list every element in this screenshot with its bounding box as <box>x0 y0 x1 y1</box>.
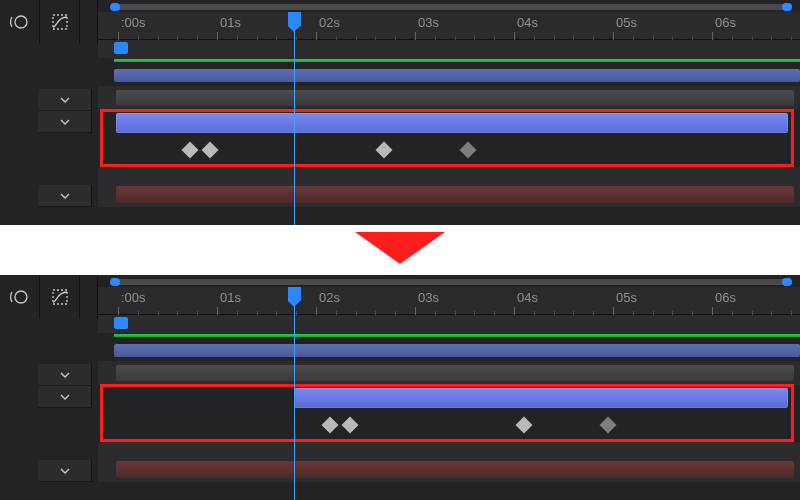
track-header-gutter <box>0 275 98 500</box>
layer-bar-2[interactable] <box>116 365 794 381</box>
ruler-label: :00s <box>121 15 146 30</box>
keyframe-marker[interactable] <box>202 142 219 159</box>
layer-row-6[interactable] <box>98 482 800 500</box>
work-area-bar[interactable] <box>114 4 788 10</box>
ruler-label: 04s <box>517 15 538 30</box>
layer-expand-1[interactable] <box>38 89 92 111</box>
cache-bar <box>114 334 800 337</box>
chevron-down-icon <box>59 465 71 477</box>
layer-expand-1[interactable] <box>38 364 92 386</box>
chevron-down-icon <box>59 190 71 202</box>
navigator-track <box>98 40 800 58</box>
keyframe-marker[interactable] <box>600 417 617 434</box>
svg-point-2 <box>15 291 27 303</box>
work-area-end-handle[interactable] <box>782 278 792 286</box>
in-point-marker[interactable] <box>114 42 128 54</box>
svg-point-0 <box>15 16 27 28</box>
layer-row-5[interactable] <box>98 458 800 482</box>
layer-bar-red[interactable] <box>116 186 794 203</box>
layer-expand-3[interactable] <box>38 185 92 207</box>
cache-bar-row <box>98 333 800 339</box>
ruler-label: 06s <box>715 15 736 30</box>
layer-row-5[interactable] <box>98 183 800 207</box>
graph-editor-icon[interactable] <box>40 0 80 44</box>
keyframe-marker[interactable] <box>376 142 393 159</box>
ruler-label: :00s <box>121 290 146 305</box>
motion-blur-icon[interactable] <box>0 275 40 319</box>
playhead-handle[interactable] <box>288 12 301 26</box>
chevron-down-icon <box>59 94 71 106</box>
timeline-area[interactable]: :00s01s02s03s04s05s06s <box>98 275 800 500</box>
layer-bar-red[interactable] <box>116 461 794 478</box>
work-area-start-handle[interactable] <box>110 278 120 286</box>
transition-arrow-icon <box>355 232 445 264</box>
keyframe-marker[interactable] <box>322 417 339 434</box>
ruler-label: 06s <box>715 290 736 305</box>
layer-row-2[interactable] <box>98 361 800 385</box>
keyframe-marker[interactable] <box>182 142 199 159</box>
layer-expand-2[interactable] <box>38 111 92 133</box>
chevron-down-icon <box>59 369 71 381</box>
keyframe-row[interactable] <box>98 136 800 164</box>
navigator-track <box>98 315 800 333</box>
layer-bar-1[interactable] <box>114 344 800 357</box>
keyframe-row[interactable] <box>98 411 800 439</box>
layer-row-4[interactable] <box>98 442 800 458</box>
cache-bar-row <box>98 58 800 64</box>
ruler-label: 02s <box>319 15 340 30</box>
chevron-down-icon <box>59 391 71 403</box>
timeline-panel-before: :00s01s02s03s04s05s06s <box>0 0 800 225</box>
selected-clip[interactable] <box>294 388 788 408</box>
layer-row-3[interactable] <box>98 385 800 411</box>
in-point-marker[interactable] <box>114 317 128 329</box>
ruler-label: 05s <box>616 290 637 305</box>
ruler-label: 05s <box>616 15 637 30</box>
layer-row-1[interactable] <box>98 66 800 86</box>
ruler-label: 04s <box>517 290 538 305</box>
work-area-start-handle[interactable] <box>110 3 120 11</box>
keyframe-marker[interactable] <box>516 417 533 434</box>
ruler-label: 01s <box>220 15 241 30</box>
playhead[interactable] <box>294 12 295 225</box>
layer-bar-2[interactable] <box>116 90 794 106</box>
ruler-label: 01s <box>220 290 241 305</box>
time-ruler[interactable]: :00s01s02s03s04s05s06s <box>98 12 800 40</box>
motion-blur-icon[interactable] <box>0 0 40 44</box>
ruler-label: 03s <box>418 15 439 30</box>
layer-bar-1[interactable] <box>114 69 800 82</box>
timeline-panel-after: :00s01s02s03s04s05s06s <box>0 275 800 500</box>
chevron-down-icon <box>59 116 71 128</box>
layer-row-4[interactable] <box>98 167 800 183</box>
playhead-handle[interactable] <box>288 287 301 301</box>
work-area-end-handle[interactable] <box>782 3 792 11</box>
ruler-label: 02s <box>319 290 340 305</box>
track-header-gutter <box>0 0 98 225</box>
graph-editor-icon[interactable] <box>40 275 80 319</box>
layer-row-2[interactable] <box>98 86 800 110</box>
time-ruler[interactable]: :00s01s02s03s04s05s06s <box>98 287 800 315</box>
cache-bar <box>114 59 800 62</box>
layer-row-6[interactable] <box>98 207 800 225</box>
timeline-area[interactable]: :00s01s02s03s04s05s06s <box>98 0 800 225</box>
layer-row-3[interactable] <box>98 110 800 136</box>
layer-expand-3[interactable] <box>38 460 92 482</box>
keyframe-marker[interactable] <box>342 417 359 434</box>
layer-row-1[interactable] <box>98 341 800 361</box>
work-area-bar[interactable] <box>114 279 788 285</box>
ruler-label: 03s <box>418 290 439 305</box>
selected-clip[interactable] <box>116 113 788 133</box>
playhead[interactable] <box>294 287 295 500</box>
keyframe-marker[interactable] <box>460 142 477 159</box>
layer-expand-2[interactable] <box>38 386 92 408</box>
